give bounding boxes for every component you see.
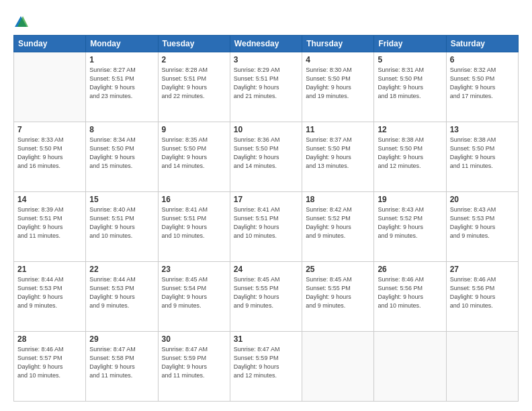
calendar-cell: 2Sunrise: 8:28 AM Sunset: 5:51 PM Daylig… [158, 52, 230, 122]
calendar-week-row: 1Sunrise: 8:27 AM Sunset: 5:51 PM Daylig… [14, 52, 519, 122]
calendar-cell: 25Sunrise: 8:45 AM Sunset: 5:55 PM Dayli… [302, 262, 374, 332]
calendar-cell: 19Sunrise: 8:43 AM Sunset: 5:52 PM Dayli… [374, 192, 446, 262]
day-number: 9 [162, 125, 226, 134]
day-info: Sunrise: 8:47 AM Sunset: 5:59 PM Dayligh… [234, 345, 298, 380]
weekday-header-thursday: Thursday [302, 36, 374, 52]
calendar-cell: 26Sunrise: 8:46 AM Sunset: 5:56 PM Dayli… [374, 262, 446, 332]
weekday-header-monday: Monday [86, 36, 158, 52]
day-number: 24 [234, 265, 298, 274]
day-number: 10 [234, 125, 298, 134]
calendar-cell: 3Sunrise: 8:29 AM Sunset: 5:51 PM Daylig… [230, 52, 302, 122]
calendar-cell [374, 332, 446, 402]
day-info: Sunrise: 8:44 AM Sunset: 5:53 PM Dayligh… [17, 275, 82, 310]
day-number: 2 [162, 55, 226, 64]
page: SundayMondayTuesdayWednesdayThursdayFrid… [0, 0, 532, 411]
calendar-cell: 13Sunrise: 8:38 AM Sunset: 5:50 PM Dayli… [446, 122, 518, 192]
day-info: Sunrise: 8:45 AM Sunset: 5:55 PM Dayligh… [306, 275, 370, 310]
day-info: Sunrise: 8:40 AM Sunset: 5:51 PM Dayligh… [89, 205, 154, 240]
day-number: 3 [234, 55, 298, 64]
day-info: Sunrise: 8:47 AM Sunset: 5:59 PM Dayligh… [162, 345, 226, 380]
calendar: SundayMondayTuesdayWednesdayThursdayFrid… [13, 35, 519, 402]
calendar-cell: 16Sunrise: 8:41 AM Sunset: 5:51 PM Dayli… [158, 192, 230, 262]
day-info: Sunrise: 8:45 AM Sunset: 5:54 PM Dayligh… [162, 275, 226, 310]
day-number: 16 [162, 195, 226, 204]
calendar-cell: 22Sunrise: 8:44 AM Sunset: 5:53 PM Dayli… [86, 262, 158, 332]
day-number: 22 [89, 265, 154, 274]
calendar-cell: 24Sunrise: 8:45 AM Sunset: 5:55 PM Dayli… [230, 262, 302, 332]
calendar-cell: 4Sunrise: 8:30 AM Sunset: 5:50 PM Daylig… [302, 52, 374, 122]
logo-icon [13, 15, 28, 30]
weekday-header-friday: Friday [374, 36, 446, 52]
day-info: Sunrise: 8:43 AM Sunset: 5:52 PM Dayligh… [378, 205, 442, 240]
day-info: Sunrise: 8:36 AM Sunset: 5:50 PM Dayligh… [234, 136, 298, 171]
day-number: 29 [89, 334, 154, 344]
day-info: Sunrise: 8:30 AM Sunset: 5:50 PM Dayligh… [306, 66, 370, 101]
day-info: Sunrise: 8:38 AM Sunset: 5:50 PM Dayligh… [450, 136, 515, 171]
day-info: Sunrise: 8:43 AM Sunset: 5:53 PM Dayligh… [450, 205, 515, 240]
calendar-cell: 23Sunrise: 8:45 AM Sunset: 5:54 PM Dayli… [158, 262, 230, 332]
calendar-cell [14, 52, 86, 122]
calendar-cell: 28Sunrise: 8:46 AM Sunset: 5:57 PM Dayli… [14, 332, 86, 402]
day-info: Sunrise: 8:31 AM Sunset: 5:50 PM Dayligh… [378, 66, 442, 101]
day-number: 11 [306, 125, 370, 134]
day-info: Sunrise: 8:32 AM Sunset: 5:50 PM Dayligh… [450, 66, 515, 101]
day-info: Sunrise: 8:42 AM Sunset: 5:52 PM Dayligh… [306, 205, 370, 240]
calendar-cell: 30Sunrise: 8:47 AM Sunset: 5:59 PM Dayli… [158, 332, 230, 402]
day-number: 4 [306, 55, 370, 64]
calendar-cell: 11Sunrise: 8:37 AM Sunset: 5:50 PM Dayli… [302, 122, 374, 192]
day-number: 31 [234, 334, 298, 344]
day-number: 12 [378, 125, 442, 134]
day-number: 26 [378, 265, 442, 274]
day-info: Sunrise: 8:41 AM Sunset: 5:51 PM Dayligh… [234, 205, 298, 240]
day-info: Sunrise: 8:45 AM Sunset: 5:55 PM Dayligh… [234, 275, 298, 310]
day-info: Sunrise: 8:44 AM Sunset: 5:53 PM Dayligh… [89, 275, 154, 310]
calendar-cell [446, 332, 518, 402]
day-info: Sunrise: 8:28 AM Sunset: 5:51 PM Dayligh… [162, 66, 226, 101]
day-number: 20 [450, 195, 515, 204]
calendar-cell: 10Sunrise: 8:36 AM Sunset: 5:50 PM Dayli… [230, 122, 302, 192]
calendar-week-row: 14Sunrise: 8:39 AM Sunset: 5:51 PM Dayli… [14, 192, 519, 262]
day-info: Sunrise: 8:46 AM Sunset: 5:56 PM Dayligh… [378, 275, 442, 310]
calendar-cell: 14Sunrise: 8:39 AM Sunset: 5:51 PM Dayli… [14, 192, 86, 262]
calendar-cell: 31Sunrise: 8:47 AM Sunset: 5:59 PM Dayli… [230, 332, 302, 402]
day-info: Sunrise: 8:37 AM Sunset: 5:50 PM Dayligh… [306, 136, 370, 171]
calendar-cell: 6Sunrise: 8:32 AM Sunset: 5:50 PM Daylig… [446, 52, 518, 122]
calendar-cell: 1Sunrise: 8:27 AM Sunset: 5:51 PM Daylig… [86, 52, 158, 122]
day-info: Sunrise: 8:41 AM Sunset: 5:51 PM Dayligh… [162, 205, 226, 240]
day-number: 7 [17, 125, 82, 134]
header [13, 12, 519, 30]
calendar-cell: 15Sunrise: 8:40 AM Sunset: 5:51 PM Dayli… [86, 192, 158, 262]
calendar-week-row: 21Sunrise: 8:44 AM Sunset: 5:53 PM Dayli… [14, 262, 519, 332]
day-number: 1 [89, 55, 154, 64]
logo [13, 15, 30, 30]
day-number: 21 [17, 265, 82, 274]
calendar-cell: 12Sunrise: 8:38 AM Sunset: 5:50 PM Dayli… [374, 122, 446, 192]
day-number: 17 [234, 195, 298, 204]
calendar-cell: 27Sunrise: 8:46 AM Sunset: 5:56 PM Dayli… [446, 262, 518, 332]
day-info: Sunrise: 8:29 AM Sunset: 5:51 PM Dayligh… [234, 66, 298, 101]
day-number: 19 [378, 195, 442, 204]
day-number: 14 [17, 195, 82, 204]
calendar-cell: 5Sunrise: 8:31 AM Sunset: 5:50 PM Daylig… [374, 52, 446, 122]
day-info: Sunrise: 8:39 AM Sunset: 5:51 PM Dayligh… [17, 205, 82, 240]
weekday-header-saturday: Saturday [446, 36, 518, 52]
calendar-cell: 20Sunrise: 8:43 AM Sunset: 5:53 PM Dayli… [446, 192, 518, 262]
day-number: 6 [450, 55, 515, 64]
day-info: Sunrise: 8:27 AM Sunset: 5:51 PM Dayligh… [89, 66, 154, 101]
day-info: Sunrise: 8:46 AM Sunset: 5:56 PM Dayligh… [450, 275, 515, 310]
day-number: 28 [17, 334, 82, 344]
weekday-header-wednesday: Wednesday [230, 36, 302, 52]
day-number: 8 [89, 125, 154, 134]
calendar-week-row: 28Sunrise: 8:46 AM Sunset: 5:57 PM Dayli… [14, 332, 519, 402]
calendar-cell: 17Sunrise: 8:41 AM Sunset: 5:51 PM Dayli… [230, 192, 302, 262]
day-info: Sunrise: 8:33 AM Sunset: 5:50 PM Dayligh… [17, 136, 82, 171]
day-number: 27 [450, 265, 515, 274]
calendar-cell: 8Sunrise: 8:34 AM Sunset: 5:50 PM Daylig… [86, 122, 158, 192]
day-info: Sunrise: 8:47 AM Sunset: 5:58 PM Dayligh… [89, 345, 154, 380]
calendar-cell [302, 332, 374, 402]
day-number: 25 [306, 265, 370, 274]
calendar-week-row: 7Sunrise: 8:33 AM Sunset: 5:50 PM Daylig… [14, 122, 519, 192]
calendar-cell: 7Sunrise: 8:33 AM Sunset: 5:50 PM Daylig… [14, 122, 86, 192]
day-number: 23 [162, 265, 226, 274]
calendar-cell: 18Sunrise: 8:42 AM Sunset: 5:52 PM Dayli… [302, 192, 374, 262]
